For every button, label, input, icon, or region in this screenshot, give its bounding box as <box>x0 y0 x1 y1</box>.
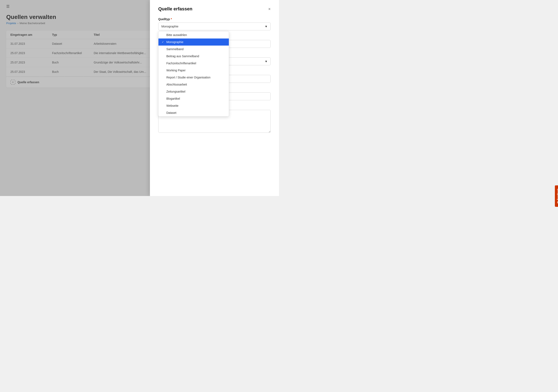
drawer-panel: Quelle erfassen × Quelltyp * Monographie… <box>150 0 279 196</box>
dropdown-item-beitrag-aus-sammelband[interactable]: Beitrag aus Sammelband <box>158 53 229 60</box>
dropdown-item-report-studie[interactable]: Report / Studie einer Organisation <box>158 74 229 81</box>
dropdown-item-sammelband[interactable]: Sammelband <box>158 46 229 53</box>
dropdown-item-webseite[interactable]: Webseite <box>158 102 229 109</box>
quelltyp-field-group: Quelltyp * Monographie ▼ Bitte auswählen… <box>158 17 271 30</box>
chevron-down-icon: ▼ <box>265 60 268 63</box>
dropdown-item-blogartikel[interactable]: Blogartikel <box>158 95 229 102</box>
required-indicator: * <box>171 17 172 21</box>
close-button[interactable]: × <box>268 7 271 11</box>
quelltyp-dropdown: Bitte auswählen ✓ Monographie Sammelband… <box>158 31 229 117</box>
dropdown-item-fachzeitschriftenartikel[interactable]: Fachzeitschriftenartikel <box>158 60 229 67</box>
dropdown-item-zeitungsartikel[interactable]: Zeitungsartikel <box>158 88 229 95</box>
quelltyp-selected-value: Monographie <box>161 25 178 28</box>
quelltyp-select[interactable]: Monographie ▼ <box>158 23 271 30</box>
dropdown-item-abschlussarbeit[interactable]: Abschlussarbeit <box>158 81 229 88</box>
dropdown-item-working-paper[interactable]: Working Paper <box>158 67 229 74</box>
drawer-header: Quelle erfassen × <box>158 6 271 12</box>
drawer-title: Quelle erfassen <box>158 6 192 12</box>
dropdown-item-dataset[interactable]: Dataset <box>158 109 229 116</box>
dropdown-item-bitte-auswaehlen[interactable]: Bitte auswählen <box>158 31 229 38</box>
check-icon: ✓ <box>162 41 165 43</box>
dropdown-item-monographie[interactable]: ✓ Monographie <box>158 38 229 46</box>
chevron-down-icon: ▼ <box>265 25 268 28</box>
quelltyp-select-wrapper: Monographie ▼ Bitte auswählen ✓ Monograp… <box>158 23 271 30</box>
quelltyp-label: Quelltyp * <box>158 17 271 21</box>
